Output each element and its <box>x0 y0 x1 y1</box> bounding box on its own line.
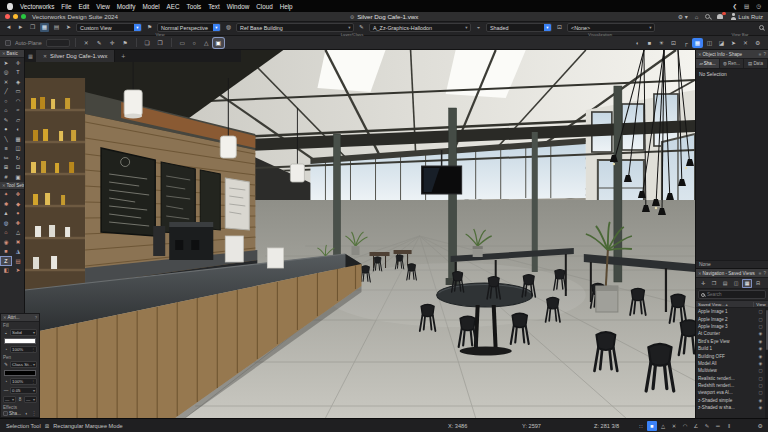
saved-view-row[interactable]: Realistic renderi... ▢ <box>696 375 768 382</box>
basic-tool-icon[interactable]: ○ <box>0 96 12 106</box>
line-marker-start-dropdown[interactable]: —▾ <box>3 396 16 403</box>
basic-tool-icon[interactable]: ⊡ <box>12 163 24 173</box>
close-tab-icon[interactable]: ✕ <box>43 54 47 59</box>
class-options-icon[interactable]: ✎ <box>357 23 366 32</box>
saved-view-row[interactable]: Build 1 ◉ <box>696 345 768 352</box>
basic-tool-icon[interactable]: T <box>12 68 24 78</box>
pan-tool-icon[interactable]: ▦ <box>40 23 49 32</box>
saved-view-row[interactable]: Bird's Eye View ◉ <box>696 338 768 345</box>
object-info-tab[interactable]: ▤ Data <box>744 59 768 68</box>
viewport-style-icon[interactable]: ⊡ <box>555 23 564 32</box>
minimize-window-button[interactable] <box>13 14 18 19</box>
more-options-icon[interactable]: ⋮ <box>31 411 37 416</box>
basic-tool-icon[interactable]: # <box>0 172 12 182</box>
projection-dropdown[interactable]: Normal Perspective▾ <box>157 23 221 32</box>
toolbar-utility-icon[interactable]: ◪ <box>716 38 727 48</box>
line-weight-dropdown[interactable]: 0.05▾ <box>10 387 37 394</box>
basic-tool-icon[interactable]: ≈ <box>12 106 24 116</box>
back-arrow-icon[interactable]: ◄ <box>4 23 13 32</box>
basic-tool-icon[interactable]: ◎ <box>0 68 12 78</box>
basic-tool-icon[interactable]: ↻ <box>12 153 24 163</box>
saved-view-row[interactable]: Redshift renderi... ▢ <box>696 382 768 389</box>
fill-opacity-dropdown[interactable]: 100%⋮ <box>10 346 37 353</box>
basic-tool-icon[interactable]: ▱ <box>12 115 24 125</box>
saved-views-search-input[interactable] <box>707 292 763 297</box>
menu-icon[interactable]: ≡ <box>759 52 762 57</box>
toolbar-utility-icon[interactable]: ⚙ <box>752 38 763 48</box>
pen-opacity-dropdown[interactable]: 100%⋮ <box>10 378 37 385</box>
close-icon[interactable]: ✕ <box>2 183 6 188</box>
toolbar-utility-icon[interactable]: ◫ <box>704 38 715 48</box>
shadow-settings-icon[interactable]: ◐ <box>24 411 30 416</box>
navigation-header[interactable]: ✕ Navigation - Saved Views ≡? <box>696 269 768 278</box>
tool-sets-palette-header[interactable]: ✕ Tool Sets <box>0 182 24 190</box>
toolbar-utility-icon[interactable]: ■ <box>644 38 655 48</box>
menubar-item[interactable]: Vectorworks <box>20 3 54 10</box>
drop-shadow-checkbox[interactable] <box>3 411 8 416</box>
drawing-viewport[interactable]: ▦ ✕ Silver Dog Cafe-1.vwx + <box>25 50 695 418</box>
layer-dropdown[interactable]: Ref Base Building▾ <box>236 23 354 32</box>
navigation-mode-icon[interactable]: ▦ <box>742 279 752 288</box>
tool-set-icon[interactable]: ▤ <box>12 256 24 266</box>
settings-gear-icon[interactable]: ⚙ ▾ <box>678 13 688 20</box>
help-icon[interactable]: ? <box>35 315 37 320</box>
class-dropdown[interactable]: A_Zz-Graphics-Hallodon▾ <box>369 23 471 32</box>
document-tab[interactable]: ✕ Silver Dog Cafe-1.vwx <box>36 50 115 62</box>
basic-tool-icon[interactable]: ⌂ <box>0 106 12 116</box>
tool-set-icon[interactable]: ◉ <box>0 237 12 247</box>
saved-view-row[interactable]: Apple Image 2 ▢ <box>696 315 768 322</box>
marker-link-icon[interactable]: 8 <box>17 397 23 402</box>
basic-tool-icon[interactable]: ◐ <box>12 125 24 135</box>
basic-tool-icon[interactable]: ✛ <box>12 58 24 68</box>
saved-view-row[interactable]: Building OFF ◉ <box>696 352 768 359</box>
tool-mode-icon[interactable]: ⚑ <box>120 38 131 48</box>
saved-view-row[interactable]: Model All ◉ <box>696 360 768 367</box>
tool-set-icon[interactable]: ■ <box>0 247 12 257</box>
basic-tool-icon[interactable]: ➤ <box>0 58 12 68</box>
saved-view-row[interactable]: z-Shaded w sha... ◉ <box>696 404 768 411</box>
navigation-mode-icon[interactable]: ◫ <box>731 279 741 288</box>
snap-toggle-icon[interactable]: ∷ <box>636 421 646 431</box>
marquee-rectangle-mode-icon[interactable]: ▭ <box>177 38 188 48</box>
tool-set-icon[interactable]: ✖ <box>12 237 24 247</box>
tool-set-icon[interactable]: ✱ <box>0 199 12 209</box>
object-info-tab[interactable]: ◍ Ren... <box>720 59 744 68</box>
menubar-item[interactable]: Text <box>208 3 220 10</box>
auto-plane-checkbox[interactable] <box>5 40 11 46</box>
saved-view-row[interactable]: Apple Image 3 ▢ <box>696 323 768 330</box>
search-icon[interactable] <box>705 14 710 19</box>
marquee-lasso-mode-icon[interactable]: ○ <box>189 38 200 48</box>
saved-view-row[interactable]: viewport eva Al... ▢ <box>696 389 768 396</box>
snap-toggle-icon[interactable]: ✎ <box>702 421 712 431</box>
forward-arrow-icon[interactable]: ► <box>16 23 25 32</box>
view-column-header[interactable]: View <box>753 302 768 307</box>
basic-tool-icon[interactable]: ✕ <box>0 77 12 87</box>
saved-view-row[interactable]: At Counter ◉ <box>696 330 768 337</box>
basic-palette-header[interactable]: ✕ Basic <box>0 50 24 58</box>
new-tab-button[interactable]: + <box>115 53 131 60</box>
fill-style-dropdown[interactable]: Solid▾ <box>10 329 37 336</box>
toolbar-utility-icon[interactable]: ✕ <box>740 38 751 48</box>
navigation-mode-icon[interactable]: ⊟ <box>753 279 763 288</box>
tool-mode-icon[interactable]: ✎ <box>94 38 105 48</box>
saved-view-row[interactable]: Apple Image 1 ▢ <box>696 308 768 315</box>
saved-view-row[interactable]: z-Shaded simple ◉ <box>696 397 768 404</box>
close-icon[interactable]: ✕ <box>3 315 7 320</box>
tool-set-icon[interactable]: ◍ <box>0 218 12 228</box>
tool-set-icon[interactable]: ✦ <box>0 190 12 200</box>
tool-set-icon[interactable]: ⌂ <box>0 228 12 238</box>
render-style-icon[interactable]: ◒ <box>474 23 483 32</box>
snap-toggle-icon[interactable]: ✕ <box>669 421 679 431</box>
tool-set-icon[interactable]: ◮ <box>12 247 24 257</box>
tool-set-icon[interactable]: △ <box>12 228 24 238</box>
basic-tool-icon[interactable]: ● <box>0 125 12 135</box>
tool-set-icon[interactable]: ➤ <box>12 266 24 276</box>
tool-set-icon[interactable]: ✚ <box>12 218 24 228</box>
basic-tool-icon[interactable]: ◈ <box>12 77 24 87</box>
render-mode-dropdown[interactable]: Shaded▾ <box>486 23 552 32</box>
basic-tool-icon[interactable]: ╱ <box>0 87 12 97</box>
object-info-tab[interactable]: ▱ Sha... <box>696 59 720 68</box>
apple-logo-icon[interactable] <box>7 3 13 10</box>
toolbar-utility-icon[interactable]: ┌ <box>680 38 691 48</box>
walkthrough-mode-icon[interactable]: ⚑ <box>145 23 154 32</box>
